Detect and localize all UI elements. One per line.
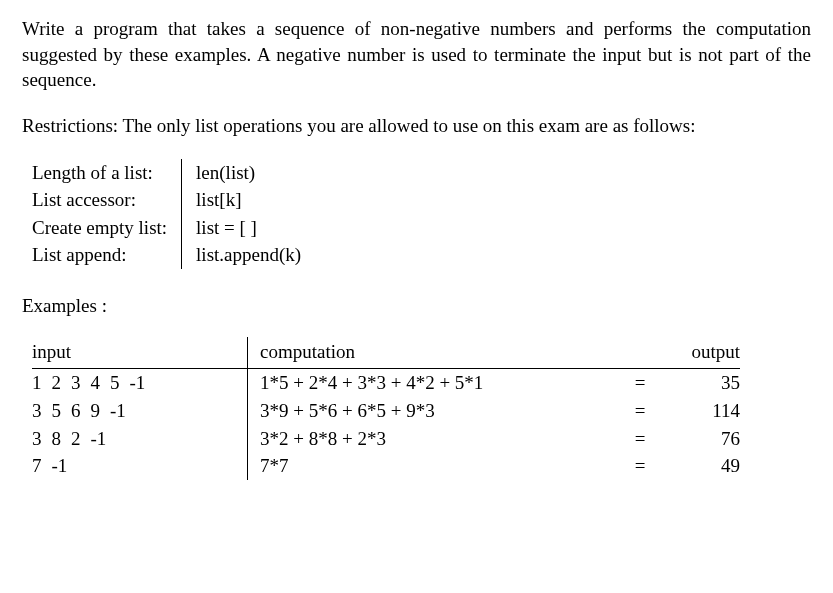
- example-output: 114: [660, 397, 740, 425]
- example-input: 7-1: [32, 452, 248, 480]
- example-input: 12345-1: [32, 369, 248, 397]
- operation-row: List accessor: list[k]: [32, 186, 313, 214]
- restrictions-paragraph: Restrictions: The only list operations y…: [22, 113, 811, 139]
- example-computation: 3*9 + 5*6 + 6*5 + 9*3: [248, 397, 621, 425]
- header-input: input: [32, 337, 248, 369]
- header-eq: [620, 337, 660, 369]
- operations-table: Length of a list: len(list) List accesso…: [32, 159, 313, 270]
- operation-row: List append: list.append(k): [32, 241, 313, 269]
- example-row: 382-1 3*2 + 8*8 + 2*3 = 76: [32, 425, 740, 453]
- example-output: 35: [660, 369, 740, 397]
- intro-paragraph: Write a program that takes a sequence of…: [22, 16, 811, 93]
- operation-code: list[k]: [182, 186, 314, 214]
- example-eq: =: [620, 452, 660, 480]
- example-eq: =: [620, 425, 660, 453]
- example-row: 3569-1 3*9 + 5*6 + 6*5 + 9*3 = 114: [32, 397, 740, 425]
- operation-desc: Create empty list:: [32, 214, 182, 242]
- header-output: output: [660, 337, 740, 369]
- example-output: 76: [660, 425, 740, 453]
- example-output: 49: [660, 452, 740, 480]
- example-input: 3569-1: [32, 397, 248, 425]
- operation-desc: List accessor:: [32, 186, 182, 214]
- example-input: 382-1: [32, 425, 248, 453]
- operation-code: list.append(k): [182, 241, 314, 269]
- operation-row: Length of a list: len(list): [32, 159, 313, 187]
- operation-row: Create empty list: list = [ ]: [32, 214, 313, 242]
- operation-code: len(list): [182, 159, 314, 187]
- example-row: 7-1 7*7 = 49: [32, 452, 740, 480]
- examples-header-row: input computation output: [32, 337, 740, 369]
- example-computation: 7*7: [248, 452, 621, 480]
- operation-desc: Length of a list:: [32, 159, 182, 187]
- example-row: 12345-1 1*5 + 2*4 + 3*3 + 4*2 + 5*1 = 35: [32, 369, 740, 397]
- example-eq: =: [620, 397, 660, 425]
- example-computation: 1*5 + 2*4 + 3*3 + 4*2 + 5*1: [248, 369, 621, 397]
- example-eq: =: [620, 369, 660, 397]
- examples-label: Examples :: [22, 293, 811, 319]
- operation-code: list = [ ]: [182, 214, 314, 242]
- example-computation: 3*2 + 8*8 + 2*3: [248, 425, 621, 453]
- header-computation: computation: [248, 337, 621, 369]
- examples-table: input computation output 12345-1 1*5 + 2…: [32, 337, 740, 480]
- operation-desc: List append:: [32, 241, 182, 269]
